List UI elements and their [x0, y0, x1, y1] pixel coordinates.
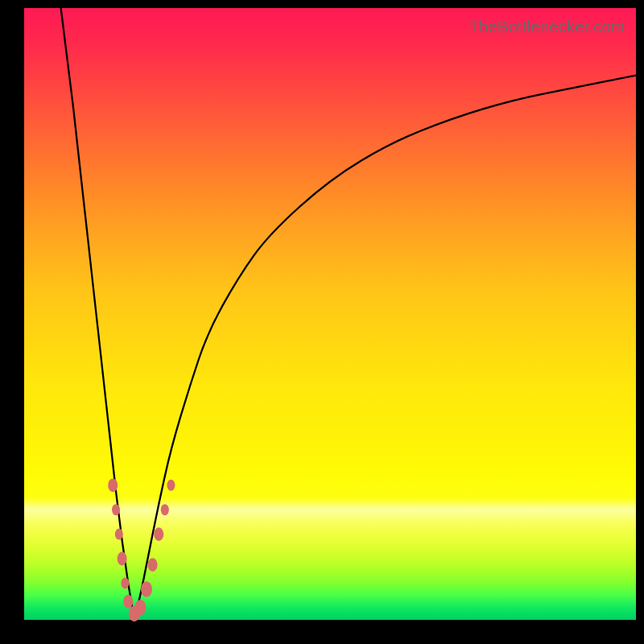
- plot-area: TheBottlenecker.com: [24, 8, 636, 620]
- data-marker: [115, 529, 123, 540]
- data-marker: [112, 504, 120, 515]
- data-marker: [108, 478, 118, 492]
- curve-svg: [24, 8, 636, 620]
- chart-frame: TheBottlenecker.com: [0, 0, 644, 644]
- data-marker: [123, 595, 133, 609]
- data-marker: [141, 581, 152, 597]
- curve-left: [61, 8, 134, 620]
- data-marker: [121, 577, 129, 588]
- data-marker: [148, 558, 158, 572]
- marker-group: [108, 478, 175, 621]
- curve-right: [134, 76, 636, 620]
- data-marker: [154, 527, 163, 541]
- data-marker: [167, 480, 175, 491]
- data-marker: [161, 504, 169, 515]
- data-marker: [134, 600, 146, 616]
- data-marker: [118, 552, 127, 566]
